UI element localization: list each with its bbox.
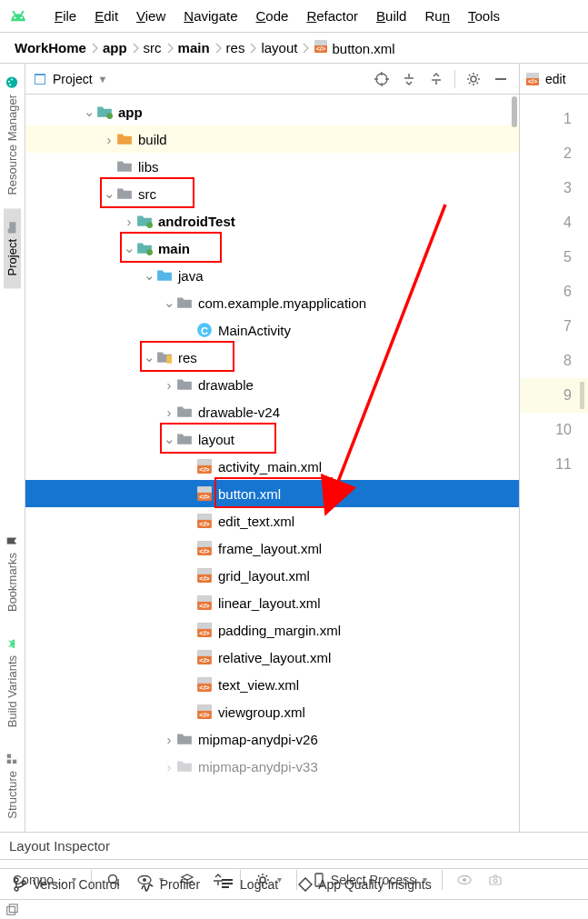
breadcrumb-item[interactable]: src [140, 40, 165, 55]
menu-file[interactable]: File [45, 5, 85, 27]
tree-row[interactable]: ⌄java [25, 262, 519, 289]
tree-row[interactable]: MainActivity [25, 316, 519, 344]
layout-inspector-bar[interactable]: Layout Inspector [0, 832, 588, 859]
profiler-tab[interactable]: Profiler [140, 877, 200, 892]
breadcrumb-item[interactable]: layout [257, 40, 301, 55]
tree-row[interactable]: ›build [25, 125, 519, 153]
tree-row[interactable]: text_view.xml [25, 671, 519, 698]
tree-row[interactable]: edit_text.xml [25, 507, 519, 534]
tree-row[interactable]: grid_layout.xml [25, 562, 519, 589]
left-tool-strip: Resource Manager Project Bookmarks Build… [0, 64, 25, 832]
tree-row[interactable]: ›mipmap-anydpi-v26 [25, 725, 519, 753]
tree-row[interactable]: frame_layout.xml [25, 534, 519, 562]
tab-resource-manager[interactable]: Resource Manager [4, 64, 21, 208]
menu-edit[interactable]: Edit [85, 5, 127, 27]
tree-item-label: layout [198, 432, 234, 447]
app-quality-tab[interactable]: App Quality Insights [298, 877, 432, 892]
svg-point-33 [146, 249, 153, 255]
file-icon [176, 758, 193, 774]
editor-tab-label: edit [545, 72, 566, 86]
collapse-all-button[interactable] [425, 68, 447, 90]
tree-row[interactable]: linear_layout.xml [25, 589, 519, 616]
menu-refactor[interactable]: Refactor [297, 5, 367, 27]
tree-scrollbar[interactable] [512, 96, 517, 127]
tab-structure[interactable]: Structure [4, 740, 21, 832]
file-icon [176, 404, 193, 420]
tree-row[interactable]: ›drawable-v24 [25, 398, 519, 425]
tab-build-variants[interactable]: Build Variants [4, 624, 21, 740]
tree-item-label: edit_text.xml [218, 514, 294, 529]
xml-file-icon [525, 72, 540, 86]
tree-row[interactable]: viewgroup.xml [25, 698, 519, 725]
breadcrumb-sep [90, 43, 99, 54]
breadcrumb-sep [214, 43, 223, 54]
tree-item-label: frame_layout.xml [218, 541, 322, 556]
tree-item-label: grid_layout.xml [218, 568, 310, 584]
hide-button[interactable] [490, 68, 512, 90]
expand-all-button[interactable] [398, 68, 420, 90]
breadcrumb-item[interactable]: WorkHome [11, 40, 90, 55]
breadcrumb-sep [131, 43, 140, 54]
menu-view[interactable]: View [127, 5, 174, 27]
tree-row[interactable]: ›drawable [25, 371, 519, 398]
breadcrumb-item[interactable]: button.xml [310, 39, 398, 56]
breadcrumb-sep [165, 43, 174, 54]
tab-project[interactable]: Project [4, 208, 21, 288]
tree-item-label: libs [138, 159, 159, 175]
status-bar [0, 899, 588, 919]
tree-row[interactable]: padding_margin.xml [25, 616, 519, 644]
editor-strip: edit 1234567891011 [520, 64, 588, 832]
tree-row[interactable]: ›mipmap-anydpi-v33 [25, 753, 519, 780]
file-icon [156, 349, 173, 365]
settings-button[interactable] [463, 68, 484, 90]
version-control-tab[interactable]: Version Control [13, 877, 120, 892]
line-number: 10 [520, 413, 588, 447]
file-icon [96, 104, 113, 120]
file-icon [176, 376, 193, 393]
breadcrumb-item[interactable]: app [99, 40, 131, 55]
tree-item-label: main [158, 241, 190, 256]
tree-row[interactable]: activity_main.xml [25, 453, 519, 480]
tree-row[interactable]: ⌄app [25, 98, 519, 125]
tree-item-label: mipmap-anydpi-v26 [198, 732, 318, 747]
breadcrumb-item[interactable]: res [223, 40, 249, 55]
tree-item-label: viewgroup.xml [218, 704, 305, 720]
menu-run[interactable]: Run [415, 5, 459, 27]
breadcrumb: WorkHomeappsrcmainreslayoutbutton.xml [0, 33, 588, 64]
file-icon [156, 267, 173, 284]
file-icon [196, 622, 213, 638]
tree-row[interactable]: ›androidTest [25, 207, 519, 235]
panel-title: Project [53, 72, 93, 86]
tree-row[interactable]: ⌄res [25, 344, 519, 371]
status-icon[interactable] [5, 904, 18, 916]
tree-row[interactable]: libs [25, 153, 519, 180]
breadcrumb-item[interactable]: main [174, 40, 214, 55]
tree-row[interactable]: relative_layout.xml [25, 644, 519, 671]
menu-navigate[interactable]: Navigate [174, 5, 246, 27]
tree-item-label: src [138, 186, 156, 202]
line-number: 3 [520, 171, 588, 205]
tree-row[interactable]: ⌄layout [25, 425, 519, 453]
file-icon [176, 431, 193, 447]
tree-row[interactable]: button.xml [25, 480, 519, 507]
tree-row[interactable]: ⌄com.example.myapplication [25, 289, 519, 316]
project-tree[interactable]: ⌄app›buildlibs⌄src›androidTest⌄main⌄java… [25, 95, 519, 832]
menu-code[interactable]: Code [247, 5, 298, 27]
svg-point-32 [146, 222, 153, 228]
logcat-tab[interactable]: Logcat [220, 877, 278, 892]
file-icon [176, 295, 193, 311]
line-number: 7 [520, 309, 588, 344]
editor-tab[interactable]: edit [520, 64, 588, 95]
menu-tools[interactable]: Tools [459, 5, 509, 27]
tree-row[interactable]: ⌄src [25, 180, 519, 207]
tree-item-label: androidTest [158, 214, 235, 229]
tab-bookmarks[interactable]: Bookmarks [4, 522, 21, 624]
file-icon [196, 458, 213, 474]
tree-row[interactable]: ⌄main [25, 235, 519, 262]
file-icon [196, 513, 213, 529]
line-number: 11 [520, 447, 588, 482]
dropdown-icon[interactable]: ▼ [98, 74, 108, 85]
select-opened-button[interactable] [371, 68, 393, 90]
tree-item-label: com.example.myapplication [198, 295, 366, 311]
menu-build[interactable]: Build [367, 5, 415, 27]
